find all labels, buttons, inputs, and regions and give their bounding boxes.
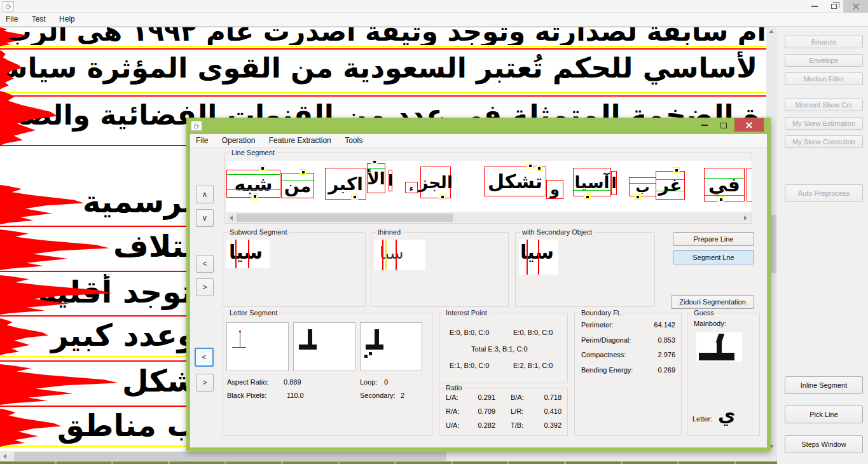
scroll-right-icon[interactable]	[744, 215, 747, 221]
doc-line: لأساسي للحكم تُعتبر السعودية من القوى ال…	[0, 51, 766, 91]
dialog-menu-operation[interactable]: Operation	[216, 134, 261, 145]
ratio-v: 0.291	[466, 393, 495, 401]
clipped-content-strip	[0, 461, 868, 464]
maximize-icon	[720, 123, 727, 128]
secondary-marker	[300, 169, 307, 175]
subword-prev-button[interactable]: <	[196, 255, 214, 273]
word-box[interactable]: غر	[656, 171, 685, 200]
ip-top-right: E:0, B:0, C:0	[513, 329, 553, 336]
dialog-minimize-button[interactable]	[695, 119, 714, 131]
horizontal-scrollbar-thumb[interactable]	[14, 452, 446, 461]
mainbody-stroke	[716, 334, 725, 343]
word-box[interactable]: ء	[405, 182, 418, 193]
word-box[interactable]: ا	[389, 170, 392, 191]
binarize-button[interactable]: Binarize	[785, 36, 863, 48]
ratio-k: R/A:	[446, 407, 459, 415]
word-glyph: الجز	[418, 173, 453, 192]
close-button[interactable]	[843, 0, 868, 13]
word-box[interactable]: الجز	[420, 167, 451, 198]
word-box[interactable]: اكبر	[325, 168, 366, 200]
line-segment-scrollbar-thumb[interactable]	[237, 214, 453, 222]
ratio-label: Ratio	[444, 384, 464, 392]
boundary-features-group: Boundary Ft. Perimeter: 64.142 Perim/Dia…	[574, 313, 682, 436]
doc-line: ام سابقة لصدارته وتوجد وثيقة أصدرت عام ١…	[0, 27, 766, 45]
word-box[interactable]: تشكل	[484, 167, 546, 196]
word-box-partial[interactable]	[747, 168, 752, 201]
minimize-icon	[811, 6, 818, 7]
boundary-v: 0.269	[638, 366, 675, 374]
word-box[interactable]: من	[281, 173, 314, 198]
median-filter-button[interactable]: Median Filter	[785, 72, 863, 85]
zidouri-segmentation-button[interactable]: Zidouri Segmentation	[671, 295, 754, 309]
pick-line-button[interactable]: Pick Line	[785, 406, 863, 423]
line-up-button[interactable]: ∧	[196, 186, 214, 203]
dialog-menu-feature-extraction[interactable]: Feature Extraction	[263, 134, 337, 145]
line-down-button[interactable]: ∨	[196, 209, 214, 227]
secondary-marker	[717, 196, 724, 202]
secondary-marker	[527, 163, 534, 168]
close-icon	[852, 3, 860, 10]
letter-prev-button[interactable]: <	[195, 348, 214, 367]
secondary-marker	[584, 194, 591, 200]
dialog-titlebar[interactable]	[186, 118, 771, 134]
letter-next-button[interactable]: >	[196, 374, 214, 392]
word-box[interactable]: الأ	[367, 163, 385, 193]
horizontal-scrollbar[interactable]	[0, 451, 766, 461]
line-boundary-yellow	[0, 46, 766, 47]
dialog-menu-file[interactable]: File	[190, 134, 214, 145]
steps-window-button[interactable]: Steps Window	[785, 435, 863, 453]
letter-segment-label: Letter Segment	[228, 309, 279, 317]
line-segment-scrollbar[interactable]	[226, 213, 752, 222]
moment-skew-button[interactable]: Moment Skew Crc	[785, 99, 863, 111]
ratio-v: 0.718	[531, 393, 561, 401]
line-segment-label: Line Segment	[230, 149, 277, 156]
restore-button[interactable]	[824, 1, 843, 12]
inline-segment-button[interactable]: Inline Segment	[785, 376, 863, 394]
baseline-marker	[227, 189, 280, 190]
ip-top-left: E:0, B:0, C:0	[450, 329, 489, 336]
loop-value: 0	[384, 378, 388, 386]
ratio-v: 0.709	[466, 407, 495, 415]
scroll-up-icon[interactable]	[769, 30, 774, 33]
subword-segment-label: Subword Segment	[228, 228, 289, 236]
word-glyph: تشكل	[488, 170, 542, 193]
letter-guess-label: Letter:	[692, 415, 712, 423]
menu-test[interactable]: Test	[26, 13, 52, 24]
word-box[interactable]: في	[704, 168, 745, 201]
segment-line-button[interactable]: Segment Lne	[673, 250, 754, 264]
letter-image-mainbody	[293, 322, 355, 371]
dialog-menu-tools[interactable]: Tools	[339, 134, 368, 145]
my-skew-correction-button[interactable]: My Skew Correction	[785, 135, 863, 148]
scroll-left-icon[interactable]	[230, 215, 233, 221]
boundary-v: 0.853	[638, 336, 675, 344]
minimize-icon	[701, 125, 708, 126]
guess-group: Guess Mainbody: Letter: ي	[687, 313, 760, 436]
word-glyph: ء	[410, 183, 414, 193]
envelope-button[interactable]: Envelope	[785, 54, 863, 67]
loop-label: Loop:	[360, 378, 378, 386]
word-box[interactable]: و	[546, 180, 563, 199]
interest-point-label: Interest Point	[444, 309, 489, 317]
scroll-left-icon[interactable]	[3, 454, 6, 459]
boundary-k: Perim/Diagonal:	[581, 336, 631, 344]
secondary-marker	[351, 194, 358, 200]
word-box[interactable]: شبه	[226, 170, 280, 198]
boundary-k: Perimeter:	[581, 321, 614, 329]
prepare-line-button[interactable]: Prepare Line	[673, 232, 754, 246]
word-box[interactable]: ب	[629, 177, 656, 196]
close-icon	[745, 121, 753, 129]
menu-file[interactable]: File	[0, 13, 24, 24]
segmentation-line-red	[235, 240, 237, 268]
dialog-close-button[interactable]	[734, 118, 764, 132]
menu-help[interactable]: Help	[53, 13, 81, 24]
segmentation-dialog: File Operation Feature Extraction Tools …	[186, 118, 771, 451]
my-skew-estimation-button[interactable]: My Skew Estimation	[785, 117, 863, 130]
word-box[interactable]: آسيا	[573, 168, 611, 196]
subword-next-button[interactable]: >	[196, 278, 214, 296]
word-box[interactable]: ا	[611, 171, 617, 195]
dialog-maximize-button[interactable]	[714, 119, 733, 131]
minimize-button[interactable]	[805, 1, 824, 12]
line-segment-image[interactable]: شبه من اكبر الأ ا	[226, 161, 752, 212]
letter-stroke	[366, 345, 383, 350]
auto-preprocess-button[interactable]: Auto Preprocess	[785, 184, 863, 202]
